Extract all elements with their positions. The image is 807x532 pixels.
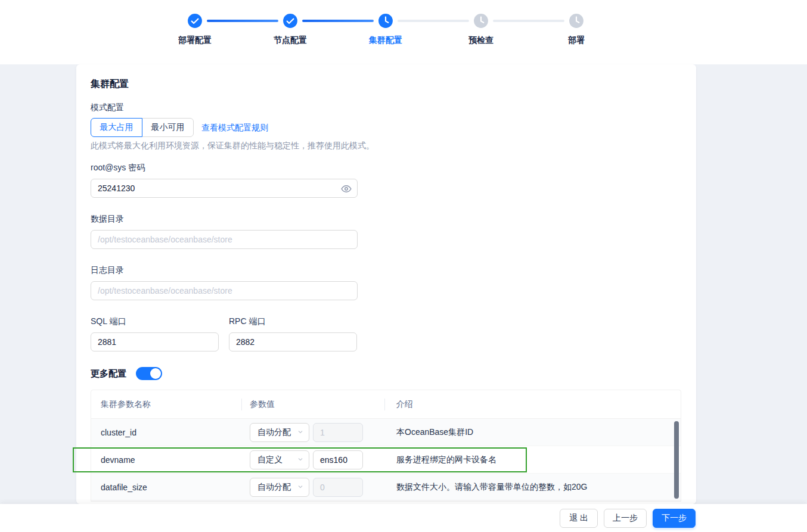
- check-circle-icon: [283, 13, 298, 29]
- exit-button[interactable]: 退 出: [560, 509, 598, 528]
- data-dir-input[interactable]: [91, 230, 358, 249]
- param-name: datafile_size: [91, 483, 241, 492]
- header-param-desc: 介绍: [384, 390, 681, 418]
- previous-step-button[interactable]: 上一步: [604, 509, 647, 528]
- header-divider: [384, 399, 385, 410]
- view-mode-rules-link[interactable]: 查看模式配置规则: [201, 118, 268, 137]
- chevron-down-icon: [297, 428, 304, 437]
- mode-option-group: 最大占用 最小可用: [91, 118, 194, 137]
- header-param-value: 参数值: [241, 390, 384, 418]
- table-row: devname 自定义 服务进程绑定的网卡设备名: [91, 446, 681, 474]
- table-scrollbar[interactable]: [674, 421, 679, 499]
- chevron-down-icon: [297, 483, 304, 492]
- select-value: 自动分配: [257, 427, 291, 438]
- chevron-down-icon: [297, 455, 304, 465]
- select-value: 自定义: [257, 455, 283, 465]
- param-name: devname: [91, 455, 241, 465]
- step-precheck: 预检查: [433, 13, 529, 46]
- param-value-input: [313, 423, 363, 442]
- root-password-input[interactable]: [91, 179, 358, 198]
- step-deploy: 部署: [529, 13, 624, 46]
- mode-description: 此模式将最大化利用环境资源，保证集群的性能与稳定性，推荐使用此模式。: [91, 141, 374, 151]
- header-param-name: 集群参数名称: [91, 390, 241, 418]
- step-label: 集群配置: [338, 35, 433, 46]
- rpc-port-label: RPC 端口: [229, 316, 265, 327]
- check-circle-icon: [187, 13, 203, 29]
- log-dir-label: 日志目录: [91, 265, 124, 276]
- log-dir-input[interactable]: [91, 281, 358, 300]
- table-header: 集群参数名称 参数值 介绍: [91, 390, 681, 419]
- deployment-stepper: 部署配置 节点配置 集群配置 预检查 部署: [147, 13, 624, 56]
- more-config-label: 更多配置: [91, 368, 126, 379]
- root-password-label: root@sys 密码: [91, 163, 145, 173]
- data-dir-label: 数据目录: [91, 214, 124, 225]
- toggle-knob: [150, 368, 161, 379]
- step-deploy-config: 部署配置: [147, 13, 243, 46]
- param-desc: 服务进程绑定的网卡设备名: [384, 455, 681, 465]
- cluster-config-card: 集群配置 模式配置 最大占用 最小可用 查看模式配置规则 此模式将最大化利用环境…: [76, 64, 696, 504]
- sql-port-input[interactable]: [91, 332, 219, 351]
- param-desc: 本OceanBase集群ID: [384, 427, 681, 438]
- param-desc: 数据文件大小。请输入带容量带单位的整数，如20G: [384, 482, 681, 493]
- wizard-footer: 退 出 上一步 下一步: [0, 504, 807, 532]
- clock-icon: [473, 13, 489, 29]
- step-label: 预检查: [433, 35, 529, 46]
- param-name: cluster_id: [91, 428, 241, 437]
- step-label: 节点配置: [243, 35, 338, 46]
- mode-option-min-available[interactable]: 最小可用: [142, 118, 194, 137]
- param-mode-select[interactable]: 自定义: [250, 450, 309, 469]
- param-value-input: [313, 478, 363, 497]
- eye-icon[interactable]: [341, 183, 352, 194]
- header-divider: [241, 399, 242, 410]
- table-row: datafile_size 自动分配 数据文件大小。请输入带容量带单位的整数，如…: [91, 474, 681, 501]
- more-config-toggle[interactable]: [136, 367, 162, 380]
- param-value-input[interactable]: [313, 450, 363, 469]
- clock-icon: [569, 13, 584, 29]
- step-label: 部署: [529, 35, 624, 46]
- step-label: 部署配置: [147, 35, 243, 46]
- step-cluster-config: 集群配置: [338, 13, 433, 46]
- rpc-port-input[interactable]: [229, 332, 357, 351]
- step-node-config: 节点配置: [243, 13, 338, 46]
- mode-option-max-usage[interactable]: 最大占用: [91, 118, 142, 137]
- sql-port-label: SQL 端口: [91, 316, 126, 327]
- param-mode-select[interactable]: 自动分配: [250, 478, 309, 497]
- select-value: 自动分配: [257, 482, 291, 493]
- param-mode-select[interactable]: 自动分配: [250, 423, 309, 442]
- card-title: 集群配置: [91, 78, 129, 91]
- table-row: cluster_id 自动分配 本OceanBase集群ID: [91, 419, 681, 446]
- mode-config-label: 模式配置: [91, 102, 124, 113]
- clock-icon: [378, 13, 393, 29]
- cluster-params-table: 集群参数名称 参数值 介绍 cluster_id 自动分配 本OceanBase…: [91, 390, 681, 502]
- next-step-button[interactable]: 下一步: [653, 509, 696, 528]
